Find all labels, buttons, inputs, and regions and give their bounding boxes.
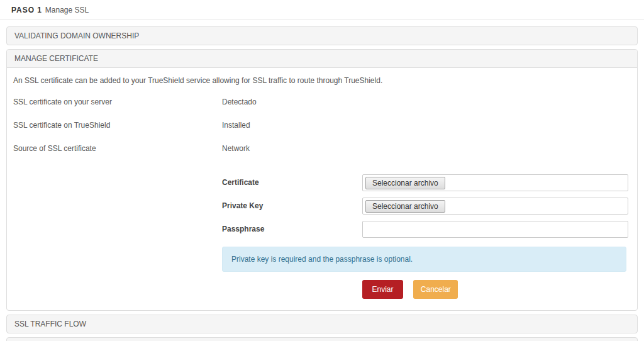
step-number: 1: [37, 6, 42, 14]
manage-certificate-panel: MANAGE CERTIFICATE An SSL certificate ca…: [6, 49, 638, 311]
status-label: SSL certificate on TrueShield: [13, 121, 222, 130]
page-title: Manage SSL: [45, 6, 89, 14]
certificate-file-button[interactable]: Seleccionar archivo: [365, 177, 445, 189]
status-row-trueshield: SSL certificate on TrueShield Installed: [13, 121, 631, 130]
accordion-header-validating-domain-ownership[interactable]: VALIDATING DOMAIN OWNERSHIP: [6, 26, 638, 45]
private-key-field-row: Private Key Seleccionar archivo: [222, 198, 631, 215]
status-label: Source of SSL certificate: [13, 144, 222, 153]
passphrase-label: Passphrase: [222, 221, 362, 233]
private-key-file-button[interactable]: Seleccionar archivo: [365, 200, 445, 213]
form-actions: Enviar Cancelar: [362, 280, 631, 299]
submit-button[interactable]: Enviar: [362, 280, 403, 299]
private-key-note: Private key is required and the passphra…: [222, 247, 626, 272]
private-key-file-input[interactable]: Seleccionar archivo: [362, 198, 628, 215]
accordion-header-paso-siguiente[interactable]: PASO SIGUIENTE: [6, 337, 638, 341]
private-key-label: Private Key: [222, 198, 362, 210]
accordion-header-ssl-traffic-flow[interactable]: SSL TRAFFIC FLOW: [6, 315, 638, 333]
certificate-field-row: Certificate Seleccionar archivo: [222, 174, 631, 191]
passphrase-field-row: Passphrase: [222, 221, 631, 238]
passphrase-input[interactable]: [362, 221, 628, 238]
manage-certificate-body: An SSL certificate can be added to your …: [7, 68, 637, 310]
status-row-source: Source of SSL certificate Network: [13, 144, 631, 153]
status-row-server: SSL certificate on your server Detectado: [13, 98, 631, 106]
certificate-label: Certificate: [222, 174, 362, 187]
status-value: Detectado: [222, 98, 631, 106]
status-label: SSL certificate on your server: [13, 98, 222, 106]
accordion-header-manage-certificate[interactable]: MANAGE CERTIFICATE: [7, 50, 637, 68]
page-header: PASO1Manage SSL: [0, 0, 644, 20]
accordion: VALIDATING DOMAIN OWNERSHIP MANAGE CERTI…: [6, 26, 638, 341]
status-value: Network: [222, 144, 631, 153]
step-label: PASO: [11, 6, 35, 14]
status-value: Installed: [222, 121, 631, 130]
intro-text: An SSL certificate can be added to your …: [13, 76, 631, 85]
cancel-button[interactable]: Cancelar: [413, 280, 458, 299]
certificate-file-input[interactable]: Seleccionar archivo: [362, 174, 628, 191]
certificate-form: Certificate Seleccionar archivo Private …: [222, 174, 631, 238]
